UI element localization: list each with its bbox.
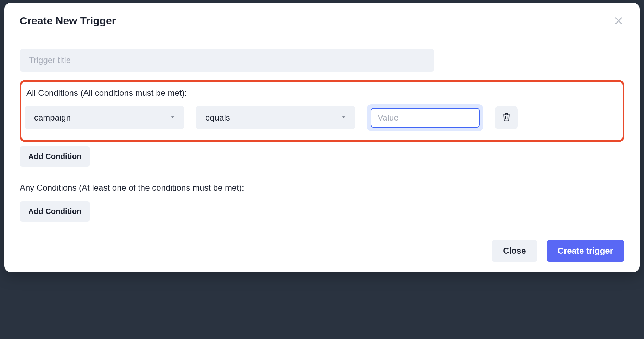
trash-icon	[502, 112, 511, 123]
add-any-condition-button[interactable]: Add Condition	[20, 201, 90, 222]
close-icon[interactable]	[613, 15, 624, 26]
all-conditions-section: All Conditions (All conditions must be m…	[20, 80, 624, 142]
condition-operator-value: equals	[205, 113, 230, 123]
condition-operator-select[interactable]: equals	[196, 106, 355, 129]
any-conditions-section: Any Conditions (At least one of the cond…	[20, 183, 624, 222]
chevron-down-icon	[340, 113, 347, 123]
add-all-condition-button[interactable]: Add Condition	[20, 146, 90, 167]
any-conditions-heading: Any Conditions (At least one of the cond…	[20, 183, 624, 193]
chevron-down-icon	[169, 113, 176, 123]
trigger-title-input[interactable]	[20, 49, 434, 72]
close-button[interactable]: Close	[492, 240, 537, 262]
create-trigger-button[interactable]: Create trigger	[547, 240, 624, 262]
all-conditions-heading: All Conditions (All conditions must be m…	[26, 88, 614, 98]
condition-field-select[interactable]: campaign	[25, 106, 184, 129]
modal-footer: Close Create trigger	[4, 232, 640, 272]
modal-header: Create New Trigger	[4, 3, 640, 37]
create-trigger-modal: Create New Trigger All Conditions (All c…	[4, 3, 640, 272]
condition-value-focus-ring	[367, 104, 483, 131]
condition-value-input[interactable]	[371, 108, 480, 128]
condition-field-value: campaign	[34, 113, 71, 123]
condition-row: campaign equals	[25, 104, 614, 131]
modal-title: Create New Trigger	[20, 15, 116, 27]
modal-body: All Conditions (All conditions must be m…	[4, 37, 640, 232]
delete-condition-button[interactable]	[495, 106, 518, 129]
